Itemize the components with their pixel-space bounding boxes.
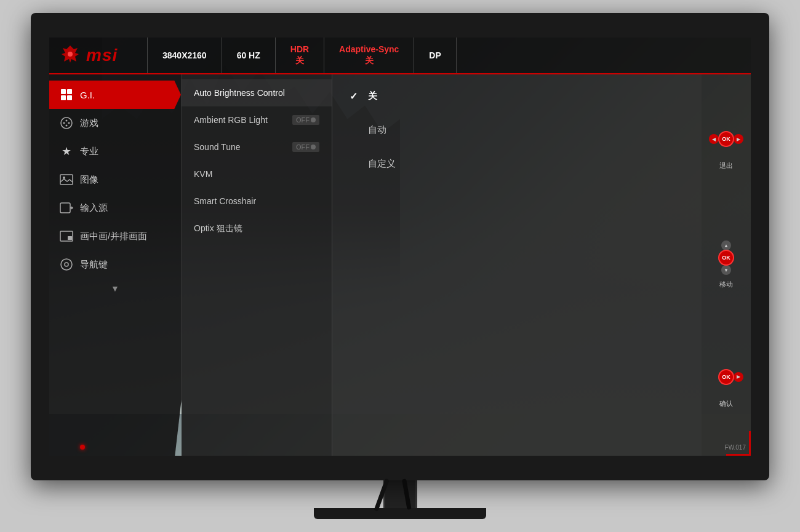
pro-icon: ★ — [59, 144, 74, 159]
toggle-dot-2 — [311, 145, 316, 149]
svg-rect-11 — [60, 175, 73, 185]
toggle-dot — [311, 117, 316, 122]
svg-rect-15 — [68, 236, 72, 240]
menu-item-optix[interactable]: Optix 狙击镜 — [182, 215, 332, 243]
svg-rect-5 — [67, 95, 72, 100]
nav-cluster-move: OK ▲ ▼ — [709, 240, 743, 275]
cable-1 — [374, 478, 389, 512]
option-off[interactable]: ✓ 关 — [332, 79, 702, 113]
sidebar-item-image[interactable]: 图像 — [49, 165, 181, 194]
nav-right-confirm[interactable]: ▶ — [734, 372, 743, 382]
sidebar-item-navi-label: 导航键 — [80, 259, 108, 271]
option-auto[interactable]: 自动 — [332, 113, 702, 147]
nav-group-move: OK ▲ ▼ 移动 — [709, 240, 743, 289]
nav-ok-confirm[interactable]: OK — [718, 369, 734, 385]
sidebar-item-pro[interactable]: ★ 专业 — [49, 137, 181, 165]
nav-confirm-label: 确认 — [719, 399, 733, 408]
nav-exit-label: 退出 — [719, 161, 733, 170]
sidebar-item-gi-label: G.I. — [80, 90, 95, 100]
checkmark-icon: ✓ — [350, 90, 362, 102]
svg-point-7 — [63, 122, 65, 124]
nav-controls: OK ◀ ▶ 退出 OK — [702, 74, 751, 456]
monitor-outer: msi 3840X2160 60 HZ HDR 关 — [31, 13, 769, 480]
sidebar-arrow-down[interactable]: ▼ — [49, 279, 181, 298]
svg-point-1 — [68, 52, 73, 57]
middle-panel: Auto Brightness Control Ambient RGB Ligh… — [182, 74, 332, 456]
svg-point-6 — [61, 117, 72, 129]
sidebar-item-navi[interactable]: 导航键 — [49, 250, 181, 279]
menu-item-sound-tune[interactable]: Sound Tune OFF — [182, 133, 332, 161]
svg-rect-2 — [61, 89, 66, 94]
image-icon — [59, 172, 74, 187]
game-icon — [59, 116, 74, 130]
nav-up-move[interactable]: ▲ — [721, 240, 731, 250]
navi-icon — [59, 257, 74, 272]
sidebar-item-gi[interactable]: G.I. — [49, 81, 181, 109]
hdr-status: HDR 关 — [276, 38, 324, 73]
refresh-rate-status: 60 HZ — [222, 38, 276, 73]
menu-item-ambient-rgb[interactable]: Ambient RGB Light OFF — [182, 106, 332, 133]
sidebar-item-pro-label: 专业 — [80, 146, 98, 157]
sidebar-item-game-label: 游戏 — [80, 117, 98, 129]
status-items: 3840X2160 60 HZ HDR 关 — [148, 38, 751, 73]
svg-rect-4 — [61, 95, 66, 100]
sidebar-item-image-label: 图像 — [80, 174, 98, 186]
port-status: DP — [414, 38, 456, 73]
nav-move-label: 移动 — [719, 280, 733, 289]
menu-item-crosshair[interactable]: Smart Crosshair — [182, 188, 332, 215]
msi-brand-text: msi — [86, 46, 118, 65]
msi-logo-area: msi — [49, 38, 148, 73]
monitor-screen: msi 3840X2160 60 HZ HDR 关 — [49, 38, 751, 456]
gi-icon — [59, 87, 74, 102]
pip-icon — [59, 229, 74, 244]
options-panel: ✓ 关 自动 自定义 — [332, 74, 702, 456]
sidebar: G.I. — [49, 74, 182, 456]
svg-point-16 — [61, 259, 72, 270]
monitor-indicator-light — [80, 445, 85, 450]
sidebar-item-pip[interactable]: 画中画/并排画面 — [49, 222, 181, 250]
nav-right-exit[interactable]: ▶ — [734, 134, 743, 144]
resolution-status: 3840X2160 — [148, 38, 222, 73]
menu-item-auto-brightness[interactable]: Auto Brightness Control — [182, 79, 332, 106]
nav-ok-exit[interactable]: OK — [718, 131, 734, 147]
sidebar-item-game[interactable]: 游戏 — [49, 109, 181, 137]
svg-point-8 — [68, 122, 70, 124]
osd-content: G.I. — [49, 74, 751, 456]
nav-group-confirm: OK ▶ 确认 — [709, 360, 743, 408]
nav-left-exit[interactable]: ◀ — [709, 134, 719, 144]
sidebar-item-pip-label: 画中画/并排画面 — [80, 231, 147, 242]
status-bar: msi 3840X2160 60 HZ HDR 关 — [49, 38, 751, 74]
osd-overlay: msi 3840X2160 60 HZ HDR 关 — [49, 38, 751, 456]
svg-point-9 — [66, 120, 68, 122]
svg-rect-3 — [67, 89, 72, 94]
svg-rect-13 — [60, 203, 70, 213]
nav-cluster-confirm: OK ▶ — [709, 360, 743, 394]
sidebar-item-input[interactable]: 输入源 — [49, 194, 181, 222]
option-custom[interactable]: 自定义 — [332, 147, 702, 181]
sound-tune-toggle[interactable]: OFF — [292, 142, 319, 152]
nav-ok-move[interactable]: OK — [718, 250, 734, 266]
ambient-rgb-toggle[interactable]: OFF — [292, 115, 319, 125]
menu-item-kvm[interactable]: KVM — [182, 161, 332, 188]
cables — [385, 479, 406, 513]
nav-group-exit: OK ◀ ▶ 退出 — [709, 122, 743, 170]
svg-point-17 — [65, 263, 68, 266]
sidebar-item-input-label: 输入源 — [80, 202, 108, 214]
corner-accent — [726, 431, 751, 456]
adaptive-sync-status: Adaptive-Sync 关 — [324, 38, 414, 73]
msi-dragon-icon — [59, 44, 81, 66]
nav-down-move[interactable]: ▼ — [721, 265, 731, 275]
nav-cluster-exit: OK ◀ ▶ — [709, 122, 743, 156]
svg-point-10 — [66, 125, 68, 127]
input-icon — [59, 200, 74, 215]
